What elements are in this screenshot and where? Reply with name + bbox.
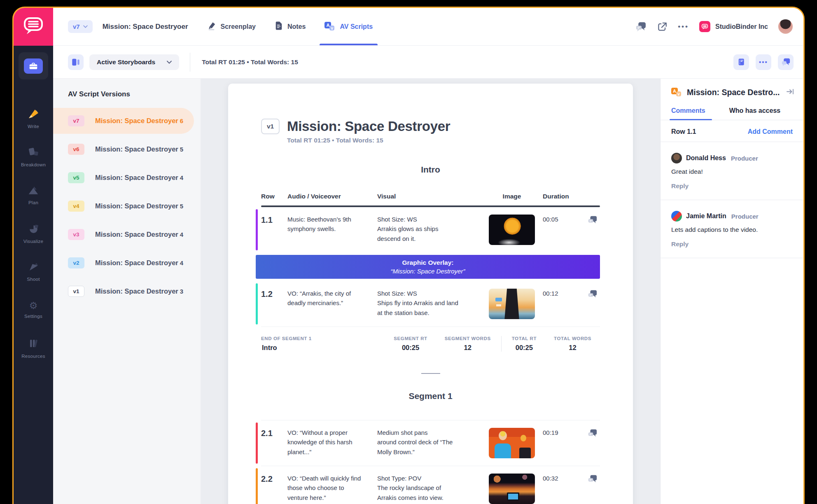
audio-cell[interactable]: VO: “Arrakis, the city of deadly mercina… [287, 289, 377, 308]
version-badge: v6 [68, 144, 84, 155]
tab-comments[interactable]: Comments [671, 107, 705, 120]
version-row-v3[interactable]: v3 Mission: Space Destroyer 4 [53, 220, 201, 249]
sidebar-item-resources[interactable]: Resources [14, 329, 53, 367]
sidebar-item-label: Write [28, 124, 39, 129]
share-icon[interactable] [657, 21, 668, 32]
notes-list-button[interactable] [733, 54, 749, 70]
account-name: StudioBinder Inc [715, 23, 768, 30]
more-options-button[interactable]: ••• [756, 54, 771, 70]
visual-cell[interactable]: Shot Size: WS Arrakis glows as ships des… [377, 215, 481, 243]
version-row-v2[interactable]: v2 Mission: Space Destroyer 4 [53, 249, 201, 277]
storyboards-panel-toggle-button[interactable] [68, 54, 84, 70]
comments-panel-tabs: Comments Who has access [661, 107, 803, 120]
comments-toggle-button[interactable] [635, 21, 647, 32]
av-scripts-icon: Av [324, 22, 335, 31]
comments-button[interactable] [778, 54, 794, 70]
version-count: 5 [180, 146, 183, 153]
stat-total-words: TOTAL WORDS 12 [545, 336, 600, 352]
script-row-1-1[interactable]: 1.1 Music: Beethovan’s 9th symphony swel… [261, 207, 600, 252]
sidebar-item-breakdown[interactable]: Breakdown [14, 138, 53, 176]
script-row-2-2[interactable]: 2.2 VO: “Death will quickly find those w… [261, 466, 600, 504]
version-count: 5 [180, 203, 183, 210]
version-row-v7[interactable]: v7 Mission: Space Destroyer 6 [53, 107, 201, 135]
audio-cell[interactable]: Music: Beethovan’s 9th symphony swells. [287, 215, 377, 234]
comments-panel-header: Av Mission: Space Destro... [661, 88, 803, 97]
user-avatar[interactable] [778, 19, 793, 34]
storyboard-thumbnail[interactable] [489, 215, 535, 245]
more-options-icon[interactable]: ••• [678, 23, 689, 31]
visual-cell[interactable]: Shot Type: POV The rocky landscape of Ar… [377, 474, 481, 502]
tab-av-scripts[interactable]: Av AV Scripts [324, 8, 373, 45]
stat-segment-rt: SEGMENT RT 00:25 [385, 336, 436, 352]
sidebar-item-label: Visualize [23, 239, 44, 244]
resources-books-icon [28, 338, 39, 350]
column-header-audio: Audio / Voiceover [287, 193, 377, 200]
audio-cell[interactable]: VO: “Death will quickly find those who c… [287, 474, 377, 502]
tab-notes[interactable]: Notes [275, 8, 306, 45]
image-cell[interactable] [481, 474, 543, 504]
duration-cell[interactable]: 00:12 [543, 289, 582, 297]
collapse-panel-icon[interactable] [786, 88, 794, 97]
version-count: 4 [180, 174, 183, 181]
sidebar-item-shoot[interactable]: Shoot [14, 252, 53, 291]
visual-cell[interactable]: Shot Size: WS Ships fly into Arrakis and… [377, 289, 481, 317]
row-comment-icon[interactable] [582, 289, 600, 299]
audio-cell[interactable]: VO: “Without a proper knowledge of this … [287, 428, 377, 457]
document-title[interactable]: Mission: Space Destroyer [287, 119, 450, 134]
graphic-overlay-banner[interactable]: Graphic Overlay: “Mission: Space Destroy… [256, 255, 600, 279]
toolbar-divider [190, 53, 190, 72]
image-cell[interactable] [481, 289, 543, 319]
version-chip[interactable]: v7 [68, 20, 93, 33]
storyboard-thumbnail[interactable] [489, 289, 535, 319]
version-row-v1[interactable]: v1 Mission: Space Destroyer 3 [53, 277, 201, 306]
active-tab-underline [320, 44, 378, 45]
row-comment-icon[interactable] [582, 428, 600, 438]
briefcase-icon [29, 62, 38, 70]
duration-cell[interactable]: 00:19 [543, 428, 582, 436]
row-comment-icon[interactable] [582, 474, 600, 483]
image-cell[interactable] [481, 428, 543, 458]
tab-screenplay[interactable]: Screenplay [207, 8, 256, 45]
storyboard-thumbnail[interactable] [489, 428, 535, 458]
version-row-v5[interactable]: v5 Mission: Space Destroyer 4 [53, 163, 201, 192]
version-title: Mission: Space Destroyer [95, 259, 178, 267]
sidebar-item-settings[interactable]: ⚙ Settings [14, 291, 53, 329]
version-row-v6[interactable]: v6 Mission: Space Destroyer 5 [53, 135, 201, 163]
reply-link[interactable]: Reply [671, 182, 793, 190]
row-comment-icon[interactable] [582, 215, 600, 224]
reply-link[interactable]: Reply [671, 240, 793, 248]
image-cell[interactable] [481, 215, 543, 245]
tab-who-has-access[interactable]: Who has access [729, 107, 781, 120]
tab-label: Notes [287, 23, 306, 30]
comment-author: Jamie Martin [686, 212, 726, 220]
segment-heading-1[interactable]: Segment 1 [261, 391, 600, 401]
account-menu[interactable]: StudioBinder Inc [699, 21, 768, 32]
comment-author-role: Producer [731, 213, 759, 220]
duration-cell[interactable]: 00:05 [543, 215, 582, 223]
comment-thread-header: Row 1.1 Add Comment [661, 120, 803, 142]
sidebar-item-write[interactable]: Write [14, 99, 53, 138]
content-area: Active Storyboards Total RT 01:25 • Tota… [53, 46, 803, 504]
storyboard-thumbnail[interactable] [489, 474, 535, 504]
project-briefcase-button[interactable] [24, 58, 43, 74]
version-row-v4[interactable]: v4 Mission: Space Destroyer 5 [53, 192, 201, 220]
script-row-1-2[interactable]: 1.2 VO: “Arrakis, the city of deadly mer… [261, 281, 600, 327]
active-storyboards-dropdown[interactable]: Active Storyboards [89, 54, 179, 70]
script-row-2-1[interactable]: 2.1 VO: “Without a proper knowledge of t… [261, 420, 600, 466]
version-title: Mission: Space Destroyer [95, 117, 178, 125]
segment-end-label: END OF SEGMENT 1 [261, 336, 312, 341]
visual-cell[interactable]: Medium shot pans around control deck of … [377, 428, 481, 457]
segment-heading-intro[interactable]: Intro [261, 165, 600, 175]
secondary-toolbar: Active Storyboards Total RT 01:25 • Tota… [53, 46, 803, 79]
sidebar-item-plan[interactable]: Plan [14, 176, 53, 214]
av-script-orange-icon: Av [671, 88, 682, 97]
studiobinder-logo-block[interactable] [14, 8, 53, 46]
comment-row-label: Row 1.1 [671, 128, 696, 135]
sidebar-item-label: Breakdown [21, 162, 46, 167]
duration-cell[interactable]: 00:32 [543, 474, 582, 482]
sidebar-item-visualize[interactable]: Visualize [14, 214, 53, 252]
studiobinder-logo-icon [23, 16, 44, 37]
add-comment-link[interactable]: Add Comment [748, 128, 793, 135]
table-header: Row Audio / Voiceover Visual Image Durat… [261, 193, 600, 200]
document-totals: Total RT 01:25 • Total Words: 15 [287, 137, 600, 144]
